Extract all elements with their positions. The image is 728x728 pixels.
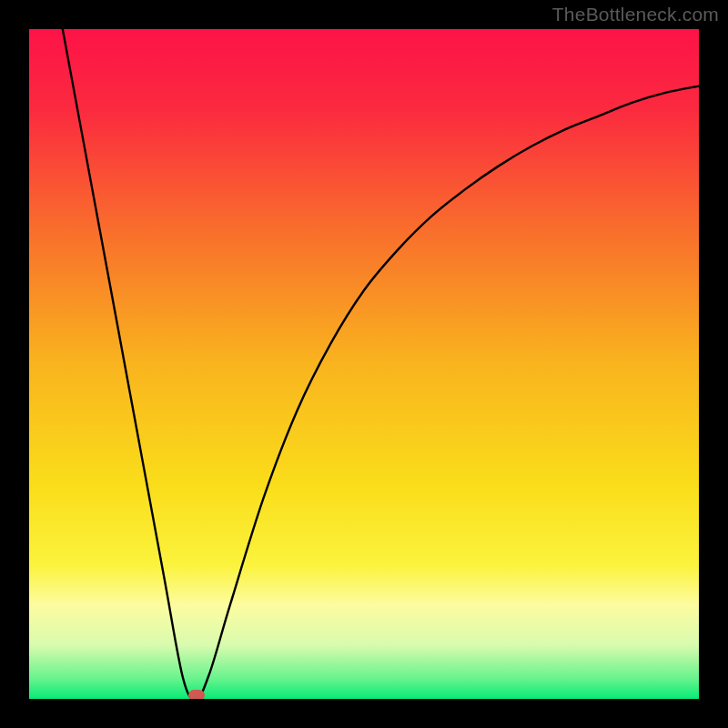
chart-frame: TheBottleneck.com <box>0 0 728 728</box>
optimum-marker <box>188 690 205 699</box>
bottleneck-curve <box>29 29 699 699</box>
watermark-text: TheBottleneck.com <box>552 4 719 25</box>
plot-area <box>29 29 699 699</box>
